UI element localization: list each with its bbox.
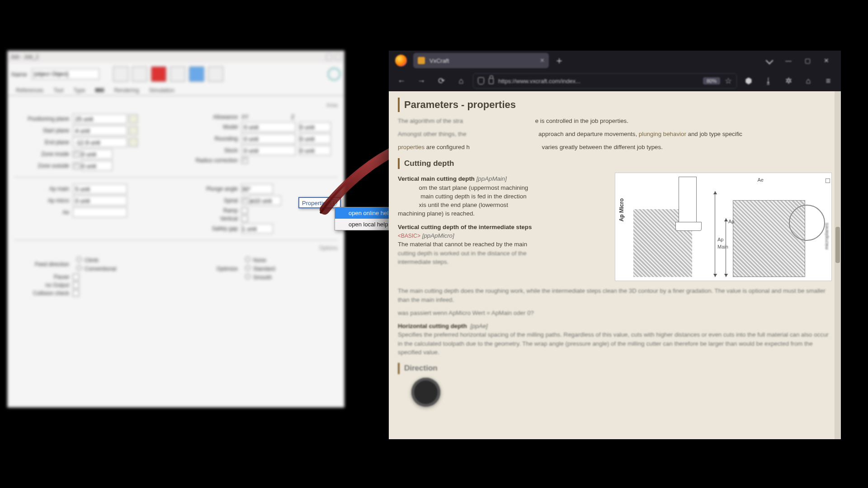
bookmark-star-icon[interactable]: ☆ (725, 76, 732, 86)
doc-vmcd-d: machining plane) is reached. (398, 210, 475, 217)
stock-label: Stock (183, 147, 241, 154)
browser-close-button[interactable]: ✕ (819, 54, 834, 67)
doc-blur-paragraph-2: was passiert wenn ApMicro Wert = ApMain … (398, 309, 832, 317)
rounding-z-input[interactable] (299, 134, 331, 144)
pause-check[interactable] (73, 274, 79, 280)
tab-rendering[interactable]: Rendering (109, 85, 143, 95)
undo-icon[interactable] (113, 66, 128, 82)
ae-input[interactable] (73, 207, 127, 217)
browser-maximize-button[interactable]: ▢ (800, 54, 815, 67)
link-plunging-behavior[interactable]: plunging behavior (639, 131, 686, 137)
stock-xy-input[interactable] (241, 145, 296, 155)
tab-tool[interactable]: Tool (49, 85, 68, 95)
doc-vmcd: Vertical main cutting depth [ppApMain] x… (398, 174, 608, 218)
scrollbar-thumb[interactable] (835, 227, 840, 263)
apmicro-input[interactable] (73, 196, 127, 206)
pocket-icon[interactable]: ⬢ (741, 73, 757, 89)
url-bar[interactable]: https://www.vxcraft.com/index... 80% ☆ (473, 73, 737, 89)
model-label: Model (183, 124, 241, 130)
doc-vcis-badge: <BASIC> (398, 233, 420, 239)
tool-icon-a[interactable] (151, 66, 166, 82)
app-menu-button[interactable]: ≡ (820, 73, 836, 89)
spiral-input[interactable] (250, 196, 281, 206)
minimize-button[interactable] (326, 54, 332, 60)
optimize-standard-radio[interactable]: Standard (245, 265, 275, 272)
end-plane-input[interactable] (73, 137, 127, 147)
page-scrollbar[interactable] (835, 91, 841, 439)
stock-z-input[interactable] (299, 145, 331, 155)
doc-hcd-key: [ppAe] (470, 323, 487, 329)
extensions-icon[interactable]: ✲ (780, 73, 797, 89)
start-plane-input[interactable] (73, 126, 127, 136)
redo-icon[interactable] (132, 66, 147, 82)
close-button[interactable] (335, 54, 341, 60)
start-plane-label: Start plane (14, 127, 73, 134)
tab-type[interactable]: Type (69, 85, 90, 95)
optimize-smooth-radio[interactable]: Smooth (245, 274, 275, 281)
allowance-z: Z (291, 114, 294, 120)
nav-forward-button[interactable]: → (413, 73, 429, 89)
optimize-none-radio[interactable]: None (245, 257, 275, 263)
no-output-label: no Output (14, 282, 73, 288)
safety-gap-label: Safety gap (183, 225, 241, 232)
pick-icon[interactable] (129, 114, 138, 123)
job-name-input[interactable] (32, 69, 99, 80)
doc-vcis-key: [ppApMicro] (422, 232, 454, 239)
doc-vcis-c: intermediate steps. (398, 258, 448, 265)
tab-close-icon[interactable]: × (540, 56, 544, 65)
nav-back-button[interactable]: ← (393, 73, 410, 89)
positioning-plane-input[interactable] (73, 114, 127, 124)
diagram-label-apmicro: Ap Micro (618, 198, 626, 221)
floating-widget-icon[interactable] (411, 378, 440, 407)
model-z-input[interactable] (299, 122, 331, 132)
tool-icon-c[interactable] (189, 66, 204, 82)
firefox-icon (395, 55, 407, 66)
feed-conventional-radio[interactable]: Conventional (76, 265, 116, 272)
pick-icon[interactable] (129, 138, 138, 147)
tab-list-button[interactable] (762, 54, 777, 67)
tab-mill[interactable]: Mill (90, 85, 108, 95)
positioning-plane-label: Positioning plane (14, 116, 73, 122)
zone-inside-check[interactable] (73, 151, 79, 157)
downloads-icon[interactable]: ⭳ (760, 73, 777, 89)
zone-outside-input[interactable] (81, 161, 113, 171)
nav-home-button[interactable]: ⌂ (453, 73, 469, 89)
radius-correction-check[interactable] (241, 157, 248, 164)
zone-outside-check[interactable] (73, 163, 79, 169)
apmain-input[interactable] (73, 184, 127, 194)
plunge-angle-input[interactable] (241, 184, 273, 194)
info-icon[interactable]: i (330, 199, 337, 206)
tab-references[interactable]: References (11, 85, 48, 95)
no-output-check[interactable] (73, 282, 79, 288)
doc-vmcd-c: xis until the end plane (lowermost (419, 202, 508, 208)
tracking-shield-icon[interactable] (478, 77, 484, 84)
account-icon[interactable]: ⌂ (800, 73, 816, 89)
feed-climb-radio[interactable]: Climb (76, 257, 116, 263)
tool-icon-b[interactable] (170, 66, 185, 82)
tab-simulation[interactable]: Simulation (145, 85, 179, 95)
browser-minimize-button[interactable]: — (781, 54, 796, 67)
doc-intro-2b: approach and departure movements, (538, 131, 639, 137)
optimize-standard-label: Standard (253, 266, 275, 272)
safety-gap-input[interactable] (241, 224, 273, 234)
dialog-help-icon[interactable] (328, 68, 340, 80)
spiral-check[interactable] (241, 197, 248, 204)
ramp-label: Ramp (183, 207, 241, 214)
model-xy-input[interactable] (241, 122, 296, 132)
vertical-check[interactable] (241, 216, 248, 222)
new-tab-button[interactable]: ＋ (554, 54, 564, 67)
collision-check-check[interactable] (73, 290, 79, 296)
rounding-xy-input[interactable] (241, 134, 296, 144)
diagram-zoom-icon[interactable] (826, 178, 830, 183)
optimize-label: Optimize (183, 266, 241, 272)
nav-reload-button[interactable]: ⟳ (433, 73, 449, 89)
link-properties[interactable]: properties (398, 144, 425, 150)
tool-icon-d[interactable] (208, 66, 223, 82)
browser-tab-active[interactable]: VxCraft × (413, 53, 549, 68)
vertical-label: Vertical (183, 216, 241, 222)
ramp-check[interactable] (241, 207, 248, 214)
pick-icon[interactable] (129, 126, 138, 135)
zoom-badge[interactable]: 80% (703, 77, 720, 84)
doc-vmcd-b: main cutting depth is fed in the directi… (419, 193, 527, 200)
zone-inside-input[interactable] (81, 149, 113, 159)
